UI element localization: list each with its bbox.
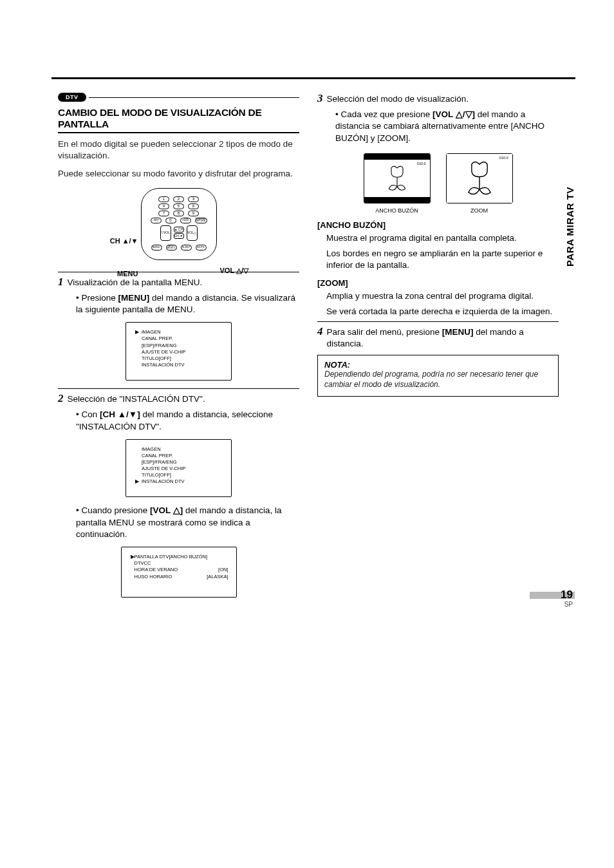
ancho-head: [ANCHO BUZÓN] — [317, 220, 559, 230]
annot-ch: CH ▲/▼ — [106, 238, 138, 245]
step-3: 3 Selección del modo de visualización. •… — [317, 93, 559, 317]
intro-2: Puede seleccionar su modo favorito y dis… — [58, 168, 299, 180]
step-1-num: 1 — [58, 276, 64, 287]
preview-ancho-label: ANCHO BUZÓN — [364, 207, 431, 214]
step-rule — [58, 388, 299, 389]
annot-menu: MENU — [106, 270, 138, 278]
remote-key-vol-up: VOL△ — [187, 225, 198, 241]
intro-1: En el modo digital se pueden seleccionar… — [58, 138, 299, 162]
remote-key-1: 1 — [158, 196, 169, 202]
caret-icon: ▶ — [135, 329, 139, 335]
step-3-num: 3 — [317, 93, 323, 104]
m3-1l: DTVCC — [135, 560, 151, 566]
step-1-head: Visualización de la pantalla MENU. — [68, 276, 203, 288]
right-column: 3 Selección del modo de visualización. •… — [317, 93, 575, 605]
m2-1: CANAL PREP. — [142, 453, 223, 459]
step-2-bullet-b: • Cuando presione [VOL △] del mando a di… — [70, 505, 299, 540]
dtv-badge: DTV — [58, 93, 86, 102]
badge-d100: D10-0 — [499, 156, 508, 160]
caret-icon: ▶ — [135, 478, 139, 485]
remote-key-2: 2 — [173, 196, 184, 202]
remote-key-6: 6 — [188, 203, 199, 209]
remote-body: 123 456 789 –/ENT 0 +100 CHANNEL RETURN … — [141, 188, 217, 260]
menu-screen-1: ▶IMAGEN CANAL PREP. [ESP]/FRA/ENG AJUSTE… — [126, 322, 232, 381]
section-title: CAMBIO DEL MODO DE VISUALIZACIÓN DE PANT… — [58, 107, 299, 133]
annot-vol: VOL △/▽ — [220, 267, 263, 274]
remote-key-plus100: +100 — [180, 218, 191, 223]
s2-pre: • Con — [76, 410, 100, 419]
s1-bold: [MENU] — [118, 293, 150, 303]
s4-pre: Para salir del menú, presione — [327, 327, 442, 337]
remote-key-vol-down: ▽VOL — [160, 225, 171, 241]
step-2: 2 Selección de "INSTALACIÓN DTV". • Con … — [58, 388, 299, 598]
s2b-bold: [VOL △] — [150, 505, 183, 515]
remote-key-mute: MUTE — [196, 245, 207, 250]
s3-bold: [VOL △/▽] — [433, 109, 475, 119]
note-body: Dependiendo del programa, podría no ser … — [324, 370, 552, 390]
preview-zoom-label: ZOOM — [446, 207, 513, 214]
remote-key-4: 4 — [158, 203, 169, 209]
step-4-num: 4 — [317, 326, 323, 337]
remote-key-ent: –/ENT — [151, 218, 162, 223]
step-2-num: 2 — [58, 393, 64, 404]
s2b-pre: • Cuando presione — [76, 505, 150, 515]
step-4: 4 Para salir del menú, presione [MENU] d… — [317, 321, 559, 350]
tulip-icon — [386, 163, 409, 194]
remote-key-sleep: SLEEP — [181, 245, 192, 250]
tulip-icon — [463, 157, 495, 199]
page-region: SP — [528, 601, 573, 608]
m3-3l: HUSO HORARIO — [135, 574, 172, 580]
page-footer: 19 SP — [528, 589, 573, 608]
m1-5: INSTALACIÓN DTV — [142, 362, 223, 368]
remote-key-ch-up: ▲ CH — [174, 227, 184, 232]
m3-2l: HORA DE VERANO — [135, 567, 178, 572]
s3-pre: • Cada vez que presione — [335, 109, 433, 119]
m1-4: TITULO[OFF] — [142, 355, 223, 362]
remote-key-0: 0 — [165, 218, 176, 223]
m3-3v: [ALASKA] — [207, 574, 228, 580]
m2-0: IMAGEN — [142, 446, 223, 453]
caret-icon: ▶ — [131, 554, 135, 560]
preview-zoom: D10-0 ZOOM — [446, 153, 513, 214]
step-rule — [58, 272, 299, 272]
m1-0: IMAGEN — [142, 329, 161, 335]
left-column: DTV CAMBIO DEL MODO DE VISUALIZACIÓN DE … — [58, 93, 299, 605]
remote-key-channel-return: CHANNEL RETURN — [195, 218, 207, 223]
remote-key-5: 5 — [173, 203, 184, 209]
step-3-head: Selección del modo de visualización. — [327, 93, 469, 105]
step-1-bullet: • Presione [MENU] del mando a distancia.… — [70, 292, 299, 316]
page-number: 19 — [561, 589, 573, 601]
ancho-p1: Muestra el programa digital en pantalla … — [326, 232, 559, 244]
dtv-line — [89, 97, 300, 98]
remote-key-menu: MENU — [151, 245, 162, 250]
dtv-badge-row: DTV — [58, 93, 299, 102]
m1-2: [ESP]/FRA/ENG — [142, 343, 223, 349]
s4-bold: [MENU] — [442, 327, 474, 337]
step-2-head: Selección de "INSTALACIÓN DTV". — [68, 393, 205, 405]
m3-2v: [ON] — [218, 567, 228, 573]
m1-3: AJUSTE DE V-CHIP — [142, 349, 223, 355]
s2-bold: [CH ▲/▼] — [100, 410, 140, 419]
mode-preview-row: D10-0 ANCHO BUZÓN D10-0 — [317, 153, 559, 214]
m2-4: TITULO[OFF] — [142, 472, 223, 478]
remote-key-9: 9 — [188, 211, 199, 216]
top-rule — [51, 77, 575, 79]
m2-2: [ESP]/FRA/ENG — [142, 459, 223, 466]
step-1: 1 Visualización de la pantalla MENU. • P… — [58, 272, 299, 381]
note-box: NOTA: Dependiendo del programa, podría n… — [317, 355, 559, 396]
m2-3: AJUSTE DE V-CHIP — [142, 466, 223, 472]
remote-key-8: 8 — [173, 211, 184, 216]
zoom-head: [ZOOM] — [317, 278, 559, 288]
m2-5: INSTALACIÓN DTV — [142, 478, 185, 484]
remote-key-7: 7 — [158, 211, 169, 216]
remote-key-ch-down: CH ▼ — [174, 233, 184, 239]
side-tab: PARA MIRAR TV — [564, 187, 575, 267]
zoom-p2: Se verá cortada la parte derecha e izqui… — [326, 306, 559, 317]
menu-screen-3: ▶PANTALLA DTV[ANCHO BUZÓN] DTVCC HORA DE… — [121, 547, 237, 598]
s1-pre: • Presione — [76, 293, 118, 303]
step-rule — [317, 321, 559, 322]
remote-figure: 123 456 789 –/ENT 0 +100 CHANNEL RETURN … — [58, 188, 299, 260]
remote-key-3: 3 — [188, 196, 199, 202]
badge-d100: D10-0 — [417, 162, 426, 165]
step-2-bullet: • Con [CH ▲/▼] del mando a distancia, se… — [70, 409, 299, 432]
